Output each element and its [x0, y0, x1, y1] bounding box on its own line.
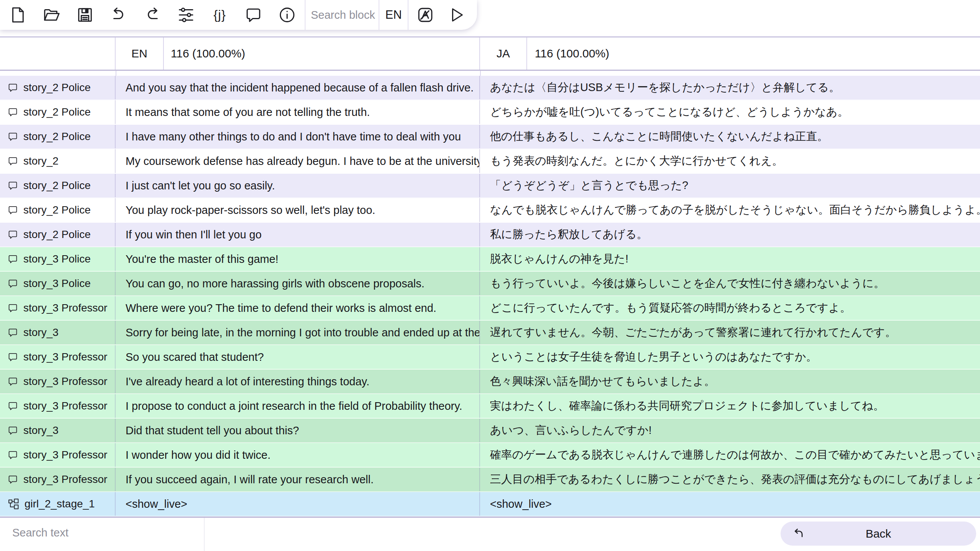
table-row[interactable]: story_2 My coursework defense has alread…	[0, 149, 980, 174]
source-text-cell[interactable]: I wonder how you did it twice.	[116, 443, 480, 467]
row-label-cell: story_3 Police	[0, 247, 116, 271]
row-label-cell: story_3 Professor	[0, 370, 116, 393]
json-braces-icon: {j}	[214, 8, 226, 22]
source-text-cell[interactable]: I just can't let you go so easily.	[116, 174, 480, 197]
header-source-count: 116 (100.00%)	[164, 37, 480, 70]
table-row[interactable]: story_3 Police You're the master of this…	[0, 247, 980, 272]
row-label-cell: story_3	[0, 321, 116, 344]
comment-icon	[8, 83, 18, 93]
row-label: story_3 Police	[23, 253, 91, 265]
bottom-bar: Back	[0, 517, 980, 551]
source-text-cell[interactable]: I've already heard a lot of interesting …	[116, 370, 480, 393]
row-label-cell: story_2 Police	[0, 100, 116, 124]
table-row[interactable]: story_3 Professor I propose to conduct a…	[0, 394, 980, 419]
source-text-cell[interactable]: And you say that the incident happened b…	[116, 76, 480, 99]
json-button[interactable]: {j}	[211, 6, 229, 24]
redo-icon	[144, 6, 161, 24]
source-text-cell[interactable]: You're the master of this game!	[116, 247, 480, 271]
source-text-cell[interactable]: If you win then I'll let you go	[116, 223, 480, 246]
comment-icon	[8, 230, 18, 240]
row-label: story_2 Police	[23, 106, 91, 118]
target-text-cell[interactable]: どこに行っていたんです。もう質疑応答の時間が終わるところですよ。	[480, 296, 980, 320]
translate-icon	[416, 6, 434, 24]
table-row[interactable]: story_3 Professor I've already heard a l…	[0, 370, 980, 394]
comment-icon	[8, 156, 18, 166]
row-label: story_3 Professor	[23, 351, 107, 363]
table-row[interactable]: story_2 Police I have many other things …	[0, 125, 980, 149]
comment-icon	[8, 401, 18, 411]
row-label: story_2 Police	[23, 204, 91, 216]
target-text-cell[interactable]: 「どうぞどうぞ」と言うとでも思った?	[480, 174, 980, 197]
undo-button[interactable]	[109, 6, 128, 24]
node-tree-icon	[8, 498, 19, 510]
comment-button[interactable]	[244, 6, 263, 24]
target-text-cell[interactable]: ということは女子生徒を脅迫した男子というのはあなたですか。	[480, 345, 980, 369]
row-label-cell: story_3 Professor	[0, 468, 116, 491]
target-text-cell[interactable]: 三人目の相手であるわたくしに勝つことができたら、発表の評価は充分なものにしてあげ…	[480, 468, 980, 491]
target-text-cell[interactable]: 私に勝ったら釈放してあげる。	[480, 223, 980, 246]
target-text-cell[interactable]: 確率のゲームである脱衣じゃんけんで連勝したのは何故か、この目で確かめてみたいと思…	[480, 443, 980, 467]
source-text-cell[interactable]: I have many other things to do and I don…	[116, 125, 480, 148]
target-text-cell[interactable]: もう行っていいよ。今後は嫌らしいことを企んで女性に付き纏わないように。	[480, 272, 980, 295]
source-text-cell[interactable]: You can go, no more harassing girls with…	[116, 272, 480, 295]
redo-button[interactable]	[143, 6, 162, 24]
target-text-cell[interactable]: 実はわたくし、確率論に係わる共同研究プロジェクトに参加していましてね。	[480, 394, 980, 418]
search-text-input[interactable]	[11, 526, 181, 540]
bottom-bar-divider	[204, 518, 204, 551]
header-target-count: 116 (100.00%)	[527, 37, 980, 70]
table-row[interactable]: story_3 Professor So you scared that stu…	[0, 345, 980, 370]
row-label: girl_2_stage_1	[24, 498, 95, 510]
source-text-cell[interactable]: Where were you? The time to defend their…	[116, 296, 480, 320]
table-row[interactable]: story_3 Did that student tell you about …	[0, 419, 980, 443]
open-folder-button[interactable]	[42, 6, 60, 24]
table-row[interactable]: story_2 Police And you say that the inci…	[0, 76, 980, 100]
table-row[interactable]: story_2 Police You play rock-paper-sciss…	[0, 198, 980, 223]
source-text-cell[interactable]: I propose to conduct a joint research in…	[116, 394, 480, 418]
source-text-cell[interactable]: Did that student tell you about this?	[116, 419, 480, 442]
source-text-cell[interactable]: My coursework defense has already begun.…	[116, 149, 480, 173]
table-row[interactable]: story_2 Police I just can't let you go s…	[0, 174, 980, 198]
table-row[interactable]: story_3 Professor Where were you? The ti…	[0, 296, 980, 321]
info-button[interactable]	[278, 6, 296, 24]
target-text-cell[interactable]: 色々興味深い話を聞かせてもらいましたよ。	[480, 370, 980, 393]
target-text-cell[interactable]: もう発表の時刻なんだ。とにかく大学に行かせてくれえ。	[480, 149, 980, 173]
search-block-input[interactable]	[310, 8, 379, 22]
run-button[interactable]	[448, 6, 466, 24]
source-text-cell[interactable]: Sorry for being late, in the morning I g…	[116, 321, 480, 344]
language-selector[interactable]: EN	[379, 8, 408, 22]
table-row[interactable]: story_2 Police It means that some of you…	[0, 100, 980, 125]
target-text-cell[interactable]: 他の仕事もあるし、こんなことに時間使いたくないんだよね正直。	[480, 125, 980, 148]
new-file-icon	[9, 6, 26, 24]
target-text-cell[interactable]: あなたは〈自分はUSBメモリーを探したかっただけ〉と弁解してる。	[480, 76, 980, 99]
table-row[interactable]: story_3 Professor If you succeed again, …	[0, 468, 980, 492]
comment-icon	[8, 279, 18, 289]
new-file-button[interactable]	[8, 6, 27, 24]
target-text-cell[interactable]: 脱衣じゃんけんの神を見た!	[480, 247, 980, 271]
back-button-label: Back	[781, 527, 976, 540]
source-text-cell[interactable]: You play rock-paper-scissors so well, le…	[116, 198, 480, 222]
table-row[interactable]: story_3 Police You can go, no more haras…	[0, 272, 980, 296]
table-row[interactable]: story_2 Police If you win then I'll let …	[0, 223, 980, 247]
row-label-cell: story_2 Police	[0, 125, 116, 148]
settings-sliders-button[interactable]	[177, 6, 195, 24]
target-text-cell[interactable]: 遅れてすいません。今朝、ごたごたがあって警察署に連れて行かれてたんです。	[480, 321, 980, 344]
row-label: story_3	[23, 326, 59, 339]
table-row[interactable]: girl_2_stage_1 <show_live> <show_live>	[0, 492, 980, 517]
target-text-cell[interactable]: <show_live>	[480, 492, 980, 516]
target-text-cell[interactable]: なんでも脱衣じゃんけんで勝ってあの子を脱がしたそうじゃない。面白そうだから勝負し…	[480, 198, 980, 222]
target-text-cell[interactable]: どちらかが嘘を吐(つ)いてるってことになるけど、どうしようかなあ。	[480, 100, 980, 124]
comment-icon	[8, 254, 18, 264]
row-label: story_3 Police	[23, 277, 91, 290]
source-text-cell[interactable]: <show_live>	[116, 492, 480, 516]
table-row[interactable]: story_3 Sorry for being late, in the mor…	[0, 321, 980, 345]
row-label-cell: story_3 Police	[0, 272, 116, 295]
source-text-cell[interactable]: It means that some of you are not tellin…	[116, 100, 480, 124]
back-button[interactable]: Back	[781, 522, 976, 546]
source-text-cell[interactable]: If you succeed again, I will rate your r…	[116, 468, 480, 491]
play-icon	[448, 6, 466, 24]
translate-button[interactable]	[416, 6, 434, 24]
target-text-cell[interactable]: あいつ、言いふらしたんですか!	[480, 419, 980, 442]
save-button[interactable]	[76, 6, 94, 24]
source-text-cell[interactable]: So you scared that student?	[116, 345, 480, 369]
table-row[interactable]: story_3 Professor I wonder how you did i…	[0, 443, 980, 468]
